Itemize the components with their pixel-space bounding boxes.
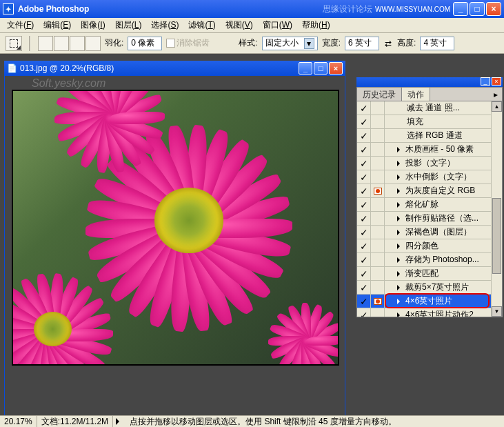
action-dialog-toggle[interactable] xyxy=(371,115,385,129)
menu-s[interactable]: 选择(S) xyxy=(147,18,183,32)
menu-e[interactable]: 编辑(E) xyxy=(39,18,75,32)
menu-h[interactable]: 帮助(H) xyxy=(298,18,334,32)
maximize-button[interactable]: □ xyxy=(470,2,485,16)
tab-actions[interactable]: 动作 xyxy=(402,88,430,101)
action-row[interactable]: ✓水中倒影（文字） xyxy=(357,170,502,184)
expand-icon[interactable] xyxy=(397,312,403,318)
scrollbar[interactable]: ▲ ▼ xyxy=(491,101,502,317)
zoom-level[interactable]: 20.17% xyxy=(0,416,37,427)
height-input[interactable]: 4 英寸 xyxy=(420,37,454,50)
style-dropdown[interactable]: 固定大小▾ xyxy=(262,37,318,50)
action-row[interactable]: ✓深褐色调（图层） xyxy=(357,226,502,239)
action-toggle-check[interactable]: ✓ xyxy=(357,308,371,318)
action-dialog-toggle[interactable] xyxy=(371,198,385,212)
action-row[interactable]: ✓4×6英寸照片动作2 xyxy=(357,308,502,317)
action-toggle-check[interactable]: ✓ xyxy=(357,281,371,295)
expand-icon[interactable] xyxy=(397,299,403,304)
scroll-up-button[interactable]: ▲ xyxy=(492,101,502,112)
action-toggle-check[interactable]: ✓ xyxy=(357,170,371,184)
expand-icon[interactable] xyxy=(397,161,403,166)
action-toggle-check[interactable]: ✓ xyxy=(357,212,371,226)
imgwin-maximize-button[interactable]: □ xyxy=(314,62,327,75)
menu-i[interactable]: 图像(I) xyxy=(77,18,109,32)
action-dialog-toggle[interactable] xyxy=(371,308,385,318)
action-dialog-toggle[interactable] xyxy=(371,295,385,308)
image-canvas[interactable] xyxy=(12,90,339,366)
action-row[interactable]: ✓填充 xyxy=(357,115,502,129)
swap-wh-icon[interactable]: ⇄ xyxy=(383,39,393,48)
action-dialog-toggle[interactable] xyxy=(371,184,385,198)
expand-icon[interactable] xyxy=(397,147,403,152)
expand-icon[interactable] xyxy=(397,230,403,235)
action-dialog-toggle[interactable] xyxy=(371,212,385,226)
action-row[interactable]: ✓渐变匹配 xyxy=(357,267,502,281)
action-row[interactable]: ✓裁剪5×7英寸照片 xyxy=(357,281,502,295)
action-dialog-toggle[interactable] xyxy=(371,281,385,295)
expand-icon[interactable] xyxy=(397,202,403,208)
scroll-thumb[interactable] xyxy=(492,198,501,274)
action-toggle-check[interactable]: ✓ xyxy=(357,295,371,308)
action-dialog-toggle[interactable] xyxy=(371,267,385,281)
marquee-tool-button[interactable] xyxy=(6,36,22,51)
action-row[interactable]: ✓四分颜色 xyxy=(357,239,502,253)
imgwin-close-button[interactable]: × xyxy=(329,62,343,75)
action-toggle-check[interactable]: ✓ xyxy=(357,226,371,239)
panel-titlebar[interactable]: _ × xyxy=(356,77,503,87)
action-dialog-toggle[interactable] xyxy=(371,129,385,143)
menu-t[interactable]: 滤镜(T) xyxy=(184,18,219,32)
action-dialog-toggle[interactable] xyxy=(371,157,385,170)
panel-minimize-button[interactable]: _ xyxy=(481,77,490,86)
action-row[interactable]: ✓存储为 Photoshop... xyxy=(357,253,502,267)
selection-subtract-button[interactable] xyxy=(70,36,85,51)
action-toggle-check[interactable]: ✓ xyxy=(357,198,371,212)
expand-icon[interactable] xyxy=(397,244,403,249)
menu-w[interactable]: 窗口(W) xyxy=(259,18,296,32)
action-row[interactable]: ✓投影（文字） xyxy=(357,157,502,170)
selection-intersect-button[interactable] xyxy=(85,36,101,51)
action-toggle-check[interactable]: ✓ xyxy=(357,101,371,115)
menu-l[interactable]: 图层(L) xyxy=(111,18,146,32)
close-button[interactable]: × xyxy=(486,2,501,16)
action-toggle-check[interactable]: ✓ xyxy=(357,129,371,143)
action-row[interactable]: ✓木质画框 - 50 像素 xyxy=(357,143,502,157)
action-dialog-toggle[interactable] xyxy=(371,170,385,184)
action-row[interactable]: ✓熔化矿脉 xyxy=(357,198,502,212)
width-input[interactable]: 6 英寸 xyxy=(345,37,379,50)
selection-new-button[interactable] xyxy=(38,36,53,51)
menu-f[interactable]: 文件(F) xyxy=(3,18,38,32)
action-dialog-toggle[interactable] xyxy=(371,101,385,115)
action-toggle-check[interactable]: ✓ xyxy=(357,115,371,129)
action-row[interactable]: ✓为灰度自定义 RGB xyxy=(357,184,502,198)
action-toggle-check[interactable]: ✓ xyxy=(357,253,371,267)
action-dialog-toggle[interactable] xyxy=(371,239,385,253)
action-row[interactable]: ✓4×6英寸照片 xyxy=(357,295,502,308)
action-toggle-check[interactable]: ✓ xyxy=(357,157,371,170)
action-dialog-toggle[interactable] xyxy=(371,143,385,157)
imgwin-minimize-button[interactable]: _ xyxy=(299,62,312,75)
expand-icon[interactable] xyxy=(397,175,403,180)
expand-icon[interactable] xyxy=(397,216,403,221)
feather-input[interactable]: 0 像素 xyxy=(128,37,162,50)
doc-size[interactable]: 文档:11.2M/11.2M xyxy=(37,416,113,427)
scroll-down-button[interactable]: ▼ xyxy=(492,306,502,317)
action-dialog-toggle[interactable] xyxy=(371,226,385,239)
action-toggle-check[interactable]: ✓ xyxy=(357,143,371,157)
image-window-titlebar[interactable]: 📄 013.jpg @ 20.2%(RGB/8) _ □ × xyxy=(4,61,345,76)
action-toggle-check[interactable]: ✓ xyxy=(357,267,371,281)
action-row[interactable]: ✓制作剪贴路径（选... xyxy=(357,212,502,226)
tab-history[interactable]: 历史记录 xyxy=(357,88,402,101)
menu-v[interactable]: 视图(V) xyxy=(221,18,257,32)
expand-icon[interactable] xyxy=(397,257,403,263)
expand-icon[interactable] xyxy=(397,188,403,194)
minimize-button[interactable]: _ xyxy=(453,2,468,16)
selection-add-button[interactable] xyxy=(54,36,69,51)
action-dialog-toggle[interactable] xyxy=(371,253,385,267)
expand-icon[interactable] xyxy=(397,271,403,277)
panel-close-button[interactable]: × xyxy=(492,77,501,86)
action-toggle-check[interactable]: ✓ xyxy=(357,184,371,198)
action-toggle-check[interactable]: ✓ xyxy=(357,239,371,253)
action-row[interactable]: ✓选择 RGB 通道 xyxy=(357,129,502,143)
action-row[interactable]: ✓减去 通道 照... xyxy=(357,101,502,115)
expand-icon[interactable] xyxy=(397,285,403,290)
panel-menu-icon[interactable]: ▸ xyxy=(490,88,502,101)
